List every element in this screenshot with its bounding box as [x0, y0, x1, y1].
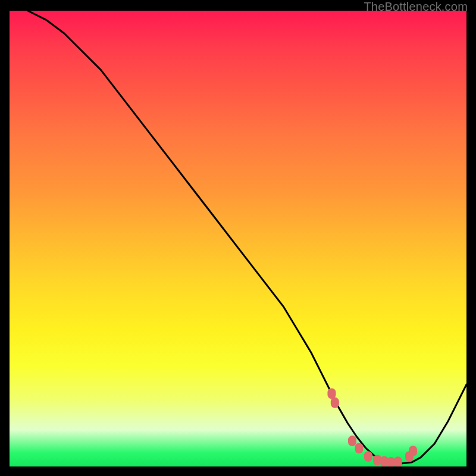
chart-svg [10, 11, 466, 466]
curve-line [28, 11, 466, 464]
highlight-dot [394, 456, 402, 466]
highlight-dot [327, 388, 336, 399]
highlight-dot [331, 397, 339, 408]
chart-container: { "attribution": "TheBottleneck.com", "c… [0, 0, 476, 476]
highlight-dot [355, 443, 364, 453]
highlight-dot [409, 446, 417, 456]
highlight-dot [348, 436, 356, 446]
plot-area [10, 11, 466, 466]
highlight-dot [364, 451, 372, 462]
